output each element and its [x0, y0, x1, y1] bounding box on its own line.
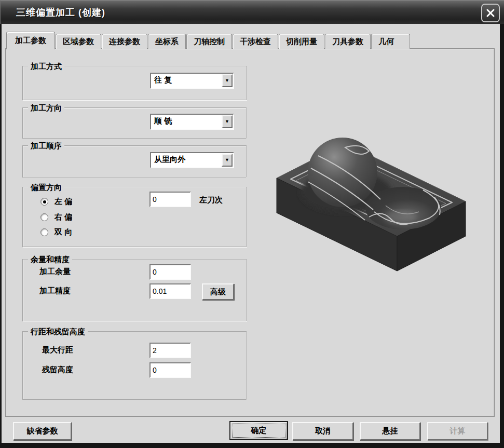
close-button[interactable] — [481, 4, 500, 22]
radio-offset-left[interactable]: 左 偏 — [40, 197, 72, 207]
machining-method-select[interactable]: 往 复 ▼ — [150, 73, 234, 89]
group-machining-direction: 加工方向 顺 铣 ▼ — [22, 107, 247, 139]
tab-coordinate-system[interactable]: 坐标系 — [148, 34, 186, 49]
machining-order-value: 从里向外 — [154, 155, 185, 165]
window-title: 三维偏置加工 (创建) — [16, 6, 105, 19]
cancel-button[interactable]: 取消 — [292, 422, 353, 440]
machining-method-value: 往 复 — [154, 75, 172, 85]
machining-allowance-label: 加工余量 — [39, 267, 71, 277]
suspend-button[interactable]: 悬挂 — [360, 422, 420, 440]
radio-offset-right-label: 右 偏 — [55, 212, 72, 222]
calculate-button: 计算 — [427, 422, 488, 440]
residual-height-label: 残留高度 — [42, 365, 73, 375]
window-frame-left — [0, 24, 2, 448]
tab-geometry[interactable]: 几何 — [371, 34, 410, 49]
ok-button[interactable]: 确定 — [229, 421, 288, 440]
chevron-down-icon: ▼ — [225, 158, 229, 162]
tab-region-params[interactable]: 区域参数 — [56, 34, 101, 49]
close-icon — [485, 8, 496, 18]
tab-connection-params[interactable]: 连接参数 — [102, 34, 147, 49]
radio-unselected-icon — [40, 228, 48, 236]
window-frame-right — [500, 24, 504, 448]
title-bar: 三维偏置加工 (创建) — [0, 0, 504, 24]
radio-selected-icon — [40, 198, 48, 206]
group-machining-method: 加工方式 往 复 ▼ — [22, 66, 247, 100]
preview-3d-model — [267, 129, 475, 282]
group-offset-direction: 偏置方向 左 偏 右 偏 双 向 左刀次 — [22, 187, 247, 247]
group-allowance-precision: 余量和精度 加工余量 加工精度 高级 — [22, 259, 247, 321]
group-machining-method-title: 加工方式 — [28, 61, 64, 71]
window-frame-bottom — [0, 443, 504, 448]
machining-dialog: 三维偏置加工 (创建) 加工参数 区域参数 连接参数 坐标系 刀轴控制 干涉检查… — [0, 0, 504, 448]
machined-part-image — [267, 129, 475, 282]
group-stepover-residual: 行距和残留高度 最大行距 残留高度 — [22, 331, 247, 400]
chevron-down-icon: ▼ — [225, 119, 229, 124]
machining-precision-input[interactable] — [149, 283, 191, 299]
max-stepover-label: 最大行距 — [42, 345, 73, 355]
tab-interference-check[interactable]: 干涉检查 — [233, 34, 278, 49]
tab-strip: 加工参数 区域参数 连接参数 坐标系 刀轴控制 干涉检查 切削用量 刀具参数 几… — [6, 31, 411, 49]
machining-direction-dropdown-button[interactable]: ▼ — [222, 115, 233, 128]
group-allowance-precision-title: 余量和精度 — [28, 254, 72, 264]
machining-method-dropdown-button[interactable]: ▼ — [222, 74, 233, 87]
group-machining-direction-title: 加工方向 — [28, 103, 64, 113]
machining-direction-select[interactable]: 顺 铣 ▼ — [150, 114, 234, 130]
group-stepover-residual-title: 行距和残留高度 — [28, 327, 88, 336]
radio-offset-both[interactable]: 双 向 — [40, 227, 72, 237]
machining-allowance-input[interactable] — [149, 264, 191, 280]
advanced-button[interactable]: 高级 — [202, 283, 234, 300]
tab-tool-params[interactable]: 刀具参数 — [325, 34, 371, 49]
radio-offset-both-label: 双 向 — [55, 227, 72, 237]
max-stepover-input[interactable] — [149, 343, 191, 358]
group-offset-direction-title: 偏置方向 — [28, 182, 64, 192]
default-params-button[interactable]: 缺省参数 — [13, 422, 72, 440]
radio-offset-right[interactable]: 右 偏 — [40, 212, 72, 222]
left-passes-input[interactable] — [149, 192, 191, 207]
radio-offset-left-label: 左 偏 — [55, 197, 72, 207]
group-machining-order-title: 加工顺序 — [28, 141, 64, 151]
machining-precision-label: 加工精度 — [39, 286, 71, 296]
tab-machining-params[interactable]: 加工参数 — [6, 32, 55, 49]
chevron-down-icon: ▼ — [225, 78, 229, 83]
left-passes-label: 左刀次 — [199, 195, 223, 205]
machining-order-select[interactable]: 从里向外 ▼ — [150, 152, 234, 168]
group-machining-order: 加工顺序 从里向外 ▼ — [22, 145, 247, 178]
machining-order-dropdown-button[interactable]: ▼ — [222, 154, 233, 167]
tab-cutting-parameters[interactable]: 切削用量 — [279, 34, 324, 49]
residual-height-input[interactable] — [149, 362, 191, 378]
machining-direction-value: 顺 铣 — [154, 116, 172, 126]
tab-tool-axis-control[interactable]: 刀轴控制 — [186, 34, 232, 49]
radio-unselected-icon — [40, 213, 48, 221]
